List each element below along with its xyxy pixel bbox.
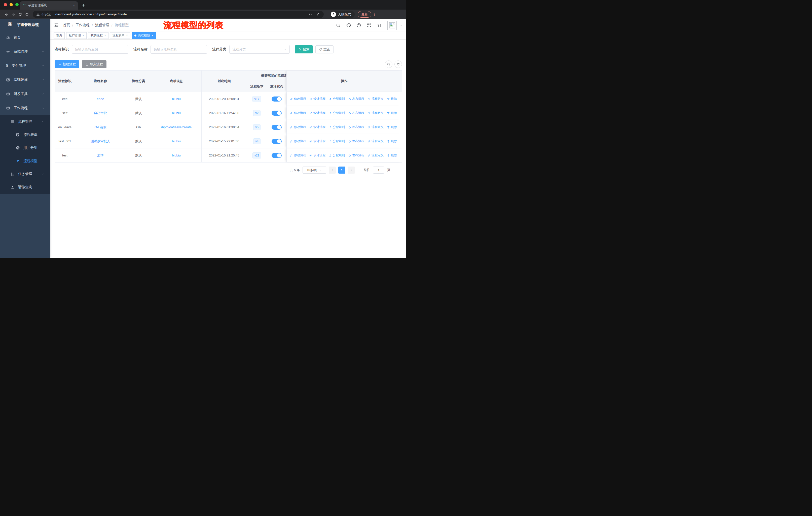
close-icon[interactable]: ×	[126, 34, 128, 37]
show-search-button[interactable]	[385, 60, 393, 68]
tab-close-icon[interactable]: ×	[73, 4, 75, 7]
active-toggle[interactable]	[271, 125, 282, 130]
action-definition[interactable]: 流程定义	[368, 139, 384, 143]
search-icon[interactable]	[336, 23, 341, 28]
search-button[interactable]: 搜索	[295, 45, 313, 53]
import-process-button[interactable]: 导入流程	[82, 60, 107, 68]
action-deploy[interactable]: 发布流程	[348, 153, 364, 158]
sidebar-item-system[interactable]: 系统管理	[0, 45, 50, 59]
action-design[interactable]: 设计流程	[309, 111, 325, 115]
process-name-link[interactable]: 滔博	[97, 153, 104, 158]
action-assign[interactable]: 分配规则	[329, 153, 345, 158]
sidebar-item-process-model[interactable]: 流程模型	[0, 155, 50, 167]
security-warning[interactable]: 不安全	[36, 12, 51, 17]
reset-button[interactable]: 重置	[315, 45, 334, 53]
address-bar[interactable]: 不安全 dashboard.yudao.iocoder.cn/bpm/manag…	[33, 11, 324, 18]
sidebar-logo[interactable]: 芋道管理系统	[0, 19, 50, 30]
github-icon[interactable]	[346, 23, 351, 28]
traffic-light-zoom[interactable]	[16, 3, 19, 6]
action-assign[interactable]: 分配规则	[329, 97, 345, 101]
update-button[interactable]: 更新	[358, 11, 371, 18]
kebab-menu-icon[interactable]	[372, 12, 376, 17]
page-size-select[interactable]: 10条/页	[302, 166, 326, 173]
sidebar-item-home[interactable]: 首页	[0, 30, 50, 45]
active-toggle[interactable]	[271, 153, 282, 158]
action-assign[interactable]: 分配规则	[329, 111, 345, 115]
refresh-table-button[interactable]	[395, 60, 402, 68]
action-definition[interactable]: 流程定义	[368, 153, 384, 158]
sidebar-item-user-group[interactable]: 用户分组	[0, 141, 50, 155]
action-design[interactable]: 设计流程	[309, 153, 325, 158]
active-toggle[interactable]	[271, 97, 282, 102]
action-delete[interactable]: 删除	[387, 153, 397, 158]
process-name-input[interactable]	[150, 45, 207, 54]
tab-tenant[interactable]: 租户管理×	[66, 32, 87, 39]
action-definition[interactable]: 流程定义	[368, 125, 384, 129]
key-icon[interactable]	[309, 12, 312, 16]
form-link[interactable]: biubiu	[172, 139, 181, 143]
font-size-icon[interactable]	[377, 23, 382, 28]
process-name-link[interactable]: 测试多审批人	[91, 139, 110, 144]
form-link[interactable]: /bpm/oa/leave/create	[161, 125, 192, 129]
action-modify[interactable]: 修改流程	[290, 125, 306, 129]
traffic-light-minimize[interactable]	[9, 3, 13, 6]
star-icon[interactable]	[316, 12, 320, 16]
tab-process-form[interactable]: 流程表单×	[110, 32, 130, 39]
new-tab-button[interactable]: +	[82, 3, 85, 8]
action-definition[interactable]: 流程定义	[368, 111, 384, 115]
process-name-link[interactable]: eeee	[97, 97, 104, 101]
goto-page-input[interactable]	[373, 166, 384, 173]
process-name-link[interactable]: OA 请假	[94, 125, 107, 130]
sidebar-item-process-form[interactable]: 流程表单	[0, 128, 50, 141]
breadcrumb-item[interactable]: 流程管理	[95, 23, 109, 27]
action-delete[interactable]: 删除	[387, 97, 397, 101]
action-deploy[interactable]: 发布流程	[348, 125, 364, 129]
page-1-button[interactable]: 1	[338, 166, 345, 173]
sidebar-item-pay[interactable]: ¥支付管理	[0, 59, 50, 73]
tab-my-process[interactable]: 我的流程×	[88, 32, 109, 39]
action-assign[interactable]: 分配规则	[329, 139, 345, 143]
form-link[interactable]: biubiu	[172, 111, 181, 115]
action-delete[interactable]: 删除	[387, 125, 397, 129]
sidebar-item-task-manage[interactable]: 任务管理	[0, 167, 50, 181]
action-design[interactable]: 设计流程	[309, 139, 325, 143]
close-icon[interactable]: ×	[104, 34, 106, 37]
breadcrumb-item[interactable]: 首页	[63, 23, 70, 27]
fullscreen-icon[interactable]	[367, 23, 372, 28]
close-icon[interactable]: ×	[151, 34, 153, 37]
action-modify[interactable]: 修改流程	[290, 97, 306, 101]
sidebar-item-devtool[interactable]: 研发工具	[0, 87, 50, 101]
process-name-link[interactable]: 自己审批	[94, 111, 107, 115]
reload-icon[interactable]	[17, 11, 23, 18]
action-design[interactable]: 设计流程	[309, 97, 325, 101]
active-toggle[interactable]	[271, 111, 282, 116]
prev-page-button[interactable]	[329, 166, 336, 173]
action-definition[interactable]: 流程定义	[368, 97, 384, 101]
action-modify[interactable]: 修改流程	[290, 111, 306, 115]
process-category-select[interactable]: 流程分类	[229, 45, 290, 54]
action-delete[interactable]: 删除	[387, 111, 397, 115]
traffic-light-close[interactable]	[4, 3, 7, 6]
active-toggle[interactable]	[271, 139, 282, 144]
action-deploy[interactable]: 发布流程	[348, 139, 364, 143]
help-icon[interactable]	[356, 23, 361, 28]
create-process-button[interactable]: 新建流程	[55, 60, 79, 68]
form-link[interactable]: biubiu	[172, 97, 181, 101]
process-key-input[interactable]	[72, 45, 128, 54]
sidebar-item-process-manage[interactable]: 流程管理	[0, 115, 50, 128]
tab-home[interactable]: 首页	[54, 32, 65, 39]
close-icon[interactable]: ×	[82, 34, 84, 37]
action-modify[interactable]: 修改流程	[290, 139, 306, 143]
sidebar-item-workflow[interactable]: 工作流程	[0, 101, 50, 115]
avatar-caret-icon[interactable]	[400, 24, 403, 27]
action-delete[interactable]: 删除	[387, 139, 397, 143]
next-page-button[interactable]	[348, 166, 355, 173]
action-assign[interactable]: 分配规则	[329, 125, 345, 129]
back-icon[interactable]	[3, 11, 10, 18]
tab-process-model[interactable]: 流程模型×	[132, 32, 156, 39]
forward-icon[interactable]	[10, 11, 17, 18]
sidebar-item-leave-query[interactable]: 请假查询	[0, 181, 50, 194]
sidebar-fold-icon[interactable]	[54, 23, 59, 28]
browser-tab[interactable]: 芋道管理系统 ×	[20, 1, 78, 9]
avatar[interactable]	[387, 21, 397, 30]
